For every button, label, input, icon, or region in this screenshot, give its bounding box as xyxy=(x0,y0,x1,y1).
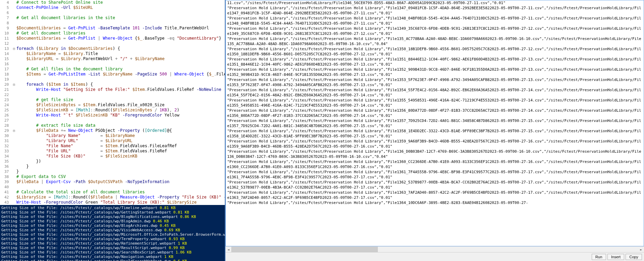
code-content[interactable]: $LibraryName = $Library.Title xyxy=(16,51,225,56)
code-line[interactable]: 36 } xyxy=(0,164,225,169)
horizontal-scrollbar[interactable]: ◄ ► xyxy=(225,246,644,252)
code-line[interactable]: 28 # extract file size data xyxy=(0,123,225,128)
fold-icon[interactable]: ⊟ xyxy=(12,128,16,133)
code-line[interactable]: 30 "Library Name" = $LibraryName xyxy=(0,133,225,138)
code-content[interactable] xyxy=(16,61,225,67)
line-number: 9 xyxy=(0,26,12,31)
output-line: "Preservation Hold Library","/sites/Fcte… xyxy=(227,87,642,98)
code-line[interactable]: 24 $FileSizeinBytes = $Item.FieldValues.… xyxy=(0,102,225,108)
code-line[interactable]: 4# Connect to SharePoint Online site xyxy=(0,0,225,5)
code-line[interactable]: 22 xyxy=(0,92,225,97)
code-line[interactable]: 34 "File Size (KB)" = $FileSizeinKB xyxy=(0,154,225,159)
code-content[interactable]: # Get all document libraries in the site xyxy=(16,15,225,20)
code-content[interactable]: $FileSizeinBytes = $Item.FieldValues.Fil… xyxy=(16,102,225,108)
code-content[interactable]: $FileData | Export-Csv -Path $OutputCSVP… xyxy=(16,179,225,184)
code-line[interactable]: 7# Get all document libraries in the sit… xyxy=(0,15,225,20)
code-content[interactable]: Connect-PnPOnline -Url $SiteURL xyxy=(16,5,225,10)
fold-icon[interactable]: ⊟ xyxy=(12,46,16,51)
terminal-line: Getting Size of the File: /sites/Fctest/… xyxy=(1,259,223,261)
code-content[interactable]: # Connect to SharePoint Online site xyxy=(16,0,225,5)
code-line[interactable]: 41# Calculate the total size of all docu… xyxy=(0,190,225,195)
code-line[interactable]: 33 "File URL" = $Item.FieldValues.FileRe… xyxy=(0,149,225,154)
code-line[interactable]: 23 # get file size xyxy=(0,97,225,102)
code-line[interactable]: 31 "Library URL" = $LibraryURL xyxy=(0,138,225,143)
code-line[interactable]: 27 xyxy=(0,118,225,123)
code-line[interactable]: 21 Write-Host "Getting Size of the File:… xyxy=(0,87,225,92)
code-content[interactable]: "File Size (KB)" = $FileSizeinKB xyxy=(16,154,225,159)
code-content[interactable]: # Calculate the total size of all docume… xyxy=(16,190,225,195)
code-content[interactable]: # extract file size data xyxy=(16,123,225,128)
code-content[interactable]: # Get all files in the document library xyxy=(16,67,225,72)
code-content[interactable] xyxy=(16,184,225,190)
code-content[interactable]: }) xyxy=(16,159,225,164)
code-line[interactable]: 13⊟foreach ($Library in $DocumentLibrari… xyxy=(0,46,225,51)
code-line[interactable]: 32 "File Name" = $Item.FieldValues.FileL… xyxy=(0,143,225,149)
code-line[interactable]: 9$DocumentLibraries = Get-PnPList -BaseT… xyxy=(0,26,225,31)
code-line[interactable]: 18 $Items = Get-PnPListItem -List $Libra… xyxy=(0,72,225,77)
scroll-left-arrow[interactable]: ◄ xyxy=(225,247,231,252)
code-line[interactable]: 14 $LibraryName = $Library.Title xyxy=(0,51,225,56)
code-content[interactable]: "File Name" = $Item.FieldValues.FileLeaf… xyxy=(16,143,225,149)
code-content[interactable]: foreach ($Library in $DocumentLibraries)… xyxy=(16,46,225,51)
code-content[interactable]: Write-Host -ForegroundColor Green "Total… xyxy=(16,200,225,205)
code-line[interactable]: 42$LibrarySize = [Math]::Round(($FileDat… xyxy=(0,195,225,200)
code-line[interactable]: 20⊟ foreach ($Item in $Items) { xyxy=(0,82,225,87)
code-content[interactable]: $DocumentLibraries = Get-PnPlist | Where… xyxy=(16,36,225,41)
code-content[interactable]: "Library Name" = $LibraryName xyxy=(16,133,225,138)
code-content[interactable]: # Get all document libraries xyxy=(16,31,225,36)
code-line[interactable]: 25 $FileSizeinKB = [Math]::Round(($FileS… xyxy=(0,108,225,113)
code-line[interactable]: 8 xyxy=(0,20,225,26)
code-content[interactable]: $FileData += New-Object PSObject -Proper… xyxy=(16,128,225,133)
code-content[interactable] xyxy=(16,41,225,46)
code-content[interactable] xyxy=(16,118,225,123)
scroll-thumb[interactable] xyxy=(231,247,378,252)
code-content[interactable]: "File URL" = $Item.FieldValues.FileRef xyxy=(16,149,225,154)
code-line[interactable]: 38# Export data to CSV xyxy=(0,174,225,179)
code-content[interactable] xyxy=(16,77,225,82)
copy-button[interactable]: Copy xyxy=(626,254,642,260)
code-line[interactable]: 10# Get all document libraries xyxy=(0,31,225,36)
insert-button[interactable]: Insert xyxy=(607,254,625,260)
code-line[interactable]: 15 $LibraryURL = $Library.ParentWebUrl +… xyxy=(0,56,225,61)
output-line: "Preservation Hold Library","/sites/Fcte… xyxy=(227,108,642,118)
code-line[interactable]: 12 xyxy=(0,41,225,46)
run-button[interactable]: Run xyxy=(592,254,606,260)
code-editor[interactable]: 4# Connect to SharePoint Online site5Con… xyxy=(0,0,225,205)
code-line[interactable]: 19 xyxy=(0,77,225,82)
code-content[interactable] xyxy=(16,92,225,97)
fold-icon[interactable]: ⊟ xyxy=(12,82,16,87)
code-content[interactable]: $Items = Get-PnPListItem -List $LibraryN… xyxy=(16,72,225,77)
code-line[interactable]: 43Write-Host -ForegroundColor Green "Tot… xyxy=(0,200,225,205)
code-content[interactable]: foreach ($Item in $Items) { xyxy=(16,82,225,87)
code-line[interactable]: 39$FileData | Export-Csv -Path $OutputCS… xyxy=(0,179,225,184)
code-content[interactable] xyxy=(16,10,225,15)
code-line[interactable]: 26 Write-Host "`t" $FileSizeinKB "KB" -F… xyxy=(0,113,225,118)
code-line[interactable]: 40 xyxy=(0,184,225,190)
code-line[interactable]: 29⊟ $FileData += New-Object PSObject -Pr… xyxy=(0,128,225,133)
scroll-right-arrow[interactable]: ► xyxy=(638,247,644,252)
code-line[interactable]: 16 xyxy=(0,61,225,67)
code-content[interactable]: Write-Host "`t" $FileSizeinKB "KB" -Fore… xyxy=(16,113,225,118)
code-content[interactable]: Write-Host "Getting Size of the File:" $… xyxy=(16,87,225,92)
code-content[interactable]: # Export data to CSV xyxy=(16,174,225,179)
code-line[interactable]: 17 # Get all files in the document libra… xyxy=(0,67,225,72)
code-line[interactable]: 35 }) xyxy=(0,159,225,164)
code-content[interactable]: $LibrarySize = [Math]::Round(($FileData … xyxy=(16,195,225,200)
terminal-pane[interactable]: Getting Size of the File: /sites/Fctest/… xyxy=(0,205,225,261)
code-content[interactable]: $DocumentLibraries = Get-PnPList -BaseTe… xyxy=(16,26,225,31)
code-content[interactable]: } xyxy=(16,169,225,174)
line-number: 34 xyxy=(0,154,12,159)
code-line[interactable]: 6 xyxy=(0,10,225,15)
fold-icon xyxy=(12,190,16,195)
code-content[interactable]: $FileSizeinKB = [Math]::Round(($FileSize… xyxy=(16,108,225,113)
left-pane: 4# Connect to SharePoint Online site5Con… xyxy=(0,0,225,261)
code-content[interactable] xyxy=(16,20,225,26)
code-line[interactable]: 11$DocumentLibraries = Get-PnPlist | Whe… xyxy=(0,36,225,41)
code-content[interactable]: # get file size xyxy=(16,97,225,102)
code-content[interactable]: "Library URL" = $LibraryURL xyxy=(16,138,225,143)
code-content[interactable]: $LibraryURL = $Library.ParentWebUrl + "/… xyxy=(16,56,225,61)
code-line[interactable]: 5Connect-PnPOnline -Url $SiteURL xyxy=(0,5,225,10)
code-line[interactable]: 37} xyxy=(0,169,225,174)
output-textarea[interactable]: 11.csv","/sites/Fctest/PreservationHoldL… xyxy=(225,0,644,246)
code-content[interactable]: } xyxy=(16,164,225,169)
